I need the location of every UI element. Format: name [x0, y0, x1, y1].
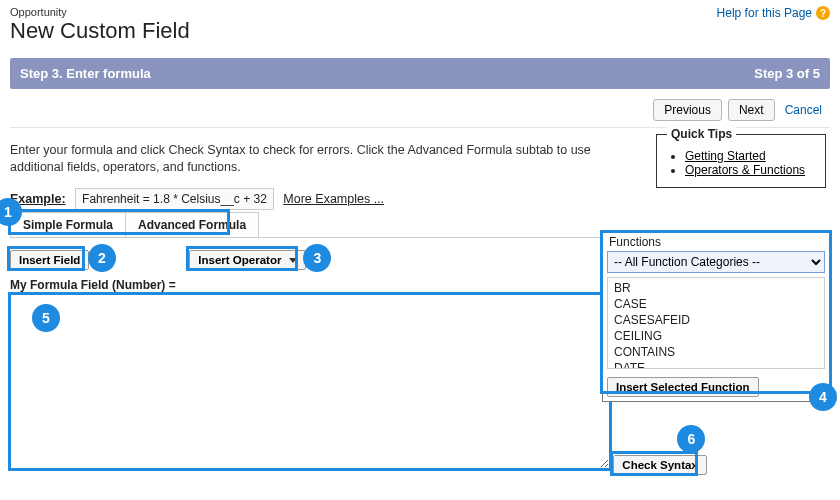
instructions-text: Enter your formula and click Check Synta… [10, 142, 640, 176]
help-for-page-link[interactable]: Help for this Page ? [717, 6, 830, 20]
quick-tip-operators-functions[interactable]: Operators & Functions [685, 163, 805, 177]
annotation-2: 2 [88, 244, 116, 272]
quick-tips-panel: Quick Tips Getting Started Operators & F… [656, 134, 826, 188]
example-label: Example: [10, 192, 66, 206]
example-formula: Fahrenheit = 1.8 * Celsius__c + 32 [75, 188, 274, 210]
function-category-select[interactable]: -- All Function Categories -- [607, 251, 825, 273]
step-count: Step 3 of 5 [754, 66, 820, 81]
quick-tips-title: Quick Tips [667, 127, 736, 141]
insert-operator-label: Insert Operator [198, 254, 281, 266]
annotation-3: 3 [303, 244, 331, 272]
insert-selected-function-button[interactable]: Insert Selected Function [607, 377, 759, 397]
functions-list[interactable]: BR CASE CASESAFEID CEILING CONTAINS DATE [607, 277, 825, 369]
page-title: New Custom Field [10, 18, 190, 44]
insert-field-button[interactable]: Insert Field [10, 250, 89, 270]
insert-operator-button[interactable]: Insert Operator [189, 250, 305, 270]
function-item[interactable]: BR [608, 280, 824, 296]
more-examples-link[interactable]: More Examples ... [283, 192, 384, 206]
function-item[interactable]: CEILING [608, 328, 824, 344]
chevron-down-icon [289, 258, 297, 263]
functions-panel: Functions -- All Function Categories -- … [602, 232, 830, 402]
step-title: Step 3. Enter formula [20, 66, 151, 81]
help-link-text: Help for this Page [717, 6, 812, 20]
function-item[interactable]: CASESAFEID [608, 312, 824, 328]
check-syntax-button[interactable]: Check Syntax [613, 455, 706, 475]
function-item[interactable]: CONTAINS [608, 344, 824, 360]
breadcrumb: Opportunity [10, 6, 190, 18]
functions-title: Functions [603, 233, 829, 249]
formula-textarea[interactable] [10, 294, 610, 469]
tab-advanced-formula[interactable]: Advanced Formula [125, 212, 259, 237]
function-item[interactable]: DATE [608, 360, 824, 369]
help-icon: ? [816, 6, 830, 20]
step-bar: Step 3. Enter formula Step 3 of 5 [10, 58, 830, 89]
quick-tip-getting-started[interactable]: Getting Started [685, 149, 766, 163]
annotation-6: 6 [677, 425, 705, 453]
cancel-link[interactable]: Cancel [781, 99, 826, 121]
function-item[interactable]: CASE [608, 296, 824, 312]
tab-simple-formula[interactable]: Simple Formula [10, 212, 126, 237]
previous-button[interactable]: Previous [653, 99, 722, 121]
next-button[interactable]: Next [728, 99, 775, 121]
